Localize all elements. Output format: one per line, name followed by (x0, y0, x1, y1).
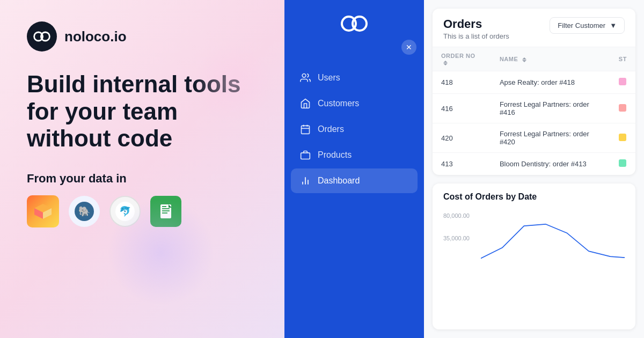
chart-y-label-low: 35,000.00 (443, 235, 470, 241)
main-content: Orders This is a list of orders Filter C… (424, 0, 644, 338)
sidebar-item-customers[interactable]: Customers (291, 91, 418, 116)
order-name-cell: Apse Realty: order #418 (491, 71, 610, 94)
orders-title-area: Orders This is a list of orders (443, 17, 509, 40)
svg-text:🐘: 🐘 (78, 205, 91, 217)
table-row[interactable]: 416 Forrest Legal Partners: order #416 (433, 94, 635, 123)
sidebar-item-dashboard[interactable]: Dashboard (291, 168, 418, 193)
chart-panel: Cost of Orders by Date 80,000.00 35,000.… (433, 183, 635, 329)
postgresql-icon: 🐘 (69, 196, 100, 227)
order-no-cell: 418 (433, 71, 491, 94)
chart-title: Cost of Orders by Date (443, 192, 625, 202)
svg-text:🐬: 🐬 (119, 205, 131, 217)
airtable-icon (27, 195, 59, 227)
svg-rect-17 (302, 126, 310, 134)
customers-icon (299, 98, 311, 109)
close-button[interactable]: ✕ (401, 40, 416, 55)
app-preview: ✕ Users (284, 0, 644, 338)
orders-header: Orders This is a list of orders Filter C… (433, 9, 635, 47)
mysql-icon: 🐬 (109, 196, 141, 227)
status-badge (619, 78, 626, 85)
sort-icon (522, 57, 526, 62)
sidebar-item-users[interactable]: Users (291, 65, 418, 90)
hero-section: noloco.io Build internal tools for your … (0, 0, 284, 338)
orders-icon (299, 123, 311, 135)
hero-headline: Build internal tools for your team witho… (27, 71, 258, 152)
sidebar-item-orders[interactable]: Orders (291, 117, 418, 142)
from-data-label: From your data in (27, 172, 258, 186)
sidebar: ✕ Users (284, 0, 424, 338)
order-status-cell (610, 153, 635, 175)
status-badge (619, 104, 626, 112)
order-status-cell (610, 123, 635, 153)
filter-customer-button[interactable]: Filter Customer ▼ (550, 17, 625, 34)
col-order-no[interactable]: ORDER NO (433, 47, 491, 71)
order-no-cell: 420 (433, 123, 491, 153)
order-name-cell: Forrest Legal Partners: order #420 (491, 123, 610, 153)
table-row[interactable]: 420 Forrest Legal Partners: order #420 (433, 123, 635, 153)
dashboard-icon (299, 175, 311, 187)
order-status-cell (610, 94, 635, 123)
chart-svg (481, 208, 625, 273)
sidebar-logo (340, 15, 368, 34)
order-no-cell: 416 (433, 94, 491, 123)
svg-rect-10 (162, 208, 170, 209)
order-no-cell: 413 (433, 153, 491, 175)
col-name[interactable]: NAME (491, 47, 610, 71)
orders-subtitle: This is a list of orders (443, 32, 509, 40)
data-source-icons: 🐘 🐬 (27, 195, 258, 227)
table-row[interactable]: 413 Bloom Dentistry: order #413 (433, 153, 635, 175)
status-badge (619, 134, 626, 141)
order-name-cell: Forrest Legal Partners: order #416 (491, 94, 610, 123)
chart-y-label-high: 80,000.00 (443, 212, 470, 219)
orders-title: Orders (443, 17, 509, 31)
filter-label: Filter Customer (558, 21, 605, 30)
sidebar-item-customers-label: Customers (318, 99, 359, 108)
table-row[interactable]: 418 Apse Realty: order #418 (433, 71, 635, 94)
chart-area: 80,000.00 35,000.00 (443, 208, 625, 273)
logo-area: noloco.io (27, 21, 258, 52)
col-status: ST (610, 47, 635, 71)
order-status-cell (610, 71, 635, 94)
logo-text: noloco.io (64, 28, 127, 45)
nav-menu: Users Customers (284, 65, 424, 193)
users-icon (299, 72, 311, 84)
sidebar-item-products[interactable]: Products (291, 143, 418, 167)
orders-table: ORDER NO NAME (433, 47, 635, 175)
sidebar-item-dashboard-label: Dashboard (318, 176, 360, 186)
chevron-down-icon: ▼ (610, 21, 617, 30)
status-badge (619, 159, 626, 167)
sidebar-item-orders-label: Orders (318, 124, 344, 134)
products-icon (299, 149, 311, 161)
svg-rect-12 (162, 212, 167, 214)
svg-rect-11 (162, 210, 170, 211)
order-name-cell: Bloom Dentistry: order #413 (491, 153, 610, 175)
google-sheets-icon (150, 196, 181, 227)
svg-point-16 (302, 74, 306, 78)
logo-icon (27, 21, 57, 52)
sort-icon (443, 61, 448, 65)
orders-panel: Orders This is a list of orders Filter C… (433, 9, 635, 175)
svg-point-15 (353, 17, 367, 31)
sidebar-item-products-label: Products (318, 150, 352, 160)
chart-y-labels: 80,000.00 35,000.00 (443, 212, 470, 241)
svg-rect-21 (301, 153, 310, 159)
svg-rect-13 (162, 206, 166, 207)
sidebar-item-users-label: Users (318, 73, 340, 83)
